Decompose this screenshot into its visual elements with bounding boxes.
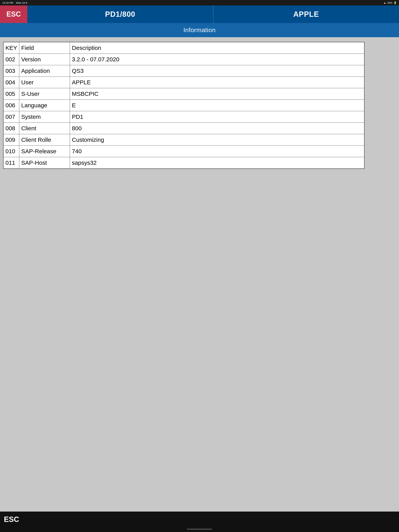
cell-field: Client Rolle xyxy=(19,134,70,146)
cell-field: Client xyxy=(19,123,70,134)
table-row: 004UserAPPLE xyxy=(3,77,364,88)
col-header-description: Description xyxy=(70,42,364,54)
header-title-area: PD1/800 xyxy=(27,6,213,23)
table-row: 003ApplicationQS3 xyxy=(3,65,364,77)
cell-key: 010 xyxy=(3,146,19,157)
header-user: APPLE xyxy=(293,10,319,19)
table-row: 010SAP-Release740 xyxy=(3,146,364,157)
table-row: 008Client800 xyxy=(3,123,364,134)
cell-description: E xyxy=(70,100,364,111)
cell-key: 005 xyxy=(3,88,19,100)
cell-key: 004 xyxy=(3,77,19,88)
header-title: PD1/800 xyxy=(105,10,135,19)
cell-field: User xyxy=(19,77,70,88)
table-row: 009Client RolleCustomizing xyxy=(3,134,364,146)
table-header-row: KEY Field Description xyxy=(3,42,364,54)
battery-icon: 🔋 xyxy=(393,1,397,4)
table-row: 011SAP-Hostsapsys32 xyxy=(3,157,364,169)
status-date: Wed Jul 8 xyxy=(16,1,27,4)
home-indicator-area xyxy=(0,527,399,532)
cell-key: 003 xyxy=(3,65,19,77)
cell-field: S-User xyxy=(19,88,70,100)
table-row: 002Version3.2.0 - 07.07.2020 xyxy=(3,54,364,65)
status-bar: 12:19 PM Wed Jul 8 ▲ 33% 🔋 xyxy=(0,0,399,6)
cell-description: 3.2.0 - 07.07.2020 xyxy=(70,54,364,65)
cell-field: Version xyxy=(19,54,70,65)
cell-key: 006 xyxy=(3,100,19,111)
sub-header-label: Information xyxy=(183,26,216,33)
cell-key: 007 xyxy=(3,111,19,123)
cell-field: SAP-Release xyxy=(19,146,70,157)
header-user-area: APPLE xyxy=(213,6,399,23)
footer: ESC xyxy=(0,512,399,527)
cell-description: sapsys32 xyxy=(70,157,364,169)
status-time: 12:19 PM xyxy=(2,1,13,4)
cell-description: MSBCPIC xyxy=(70,88,364,100)
cell-description: Customizing xyxy=(70,134,364,146)
table-row: 007SystemPD1 xyxy=(3,111,364,123)
main-content: KEY Field Description 002Version3.2.0 - … xyxy=(0,37,399,512)
cell-description: PD1 xyxy=(70,111,364,123)
cell-description: 740 xyxy=(70,146,364,157)
col-header-field: Field xyxy=(19,42,70,54)
cell-field: System xyxy=(19,111,70,123)
cell-description: QS3 xyxy=(70,65,364,77)
status-indicators: ▲ 33% 🔋 xyxy=(384,1,397,4)
cell-key: 011 xyxy=(3,157,19,169)
cell-field: Application xyxy=(19,65,70,77)
footer-esc-label: ESC xyxy=(4,515,19,524)
info-table: KEY Field Description 002Version3.2.0 - … xyxy=(3,42,365,169)
col-header-key: KEY xyxy=(3,42,19,54)
esc-button[interactable]: ESC xyxy=(0,6,27,23)
battery-percent: 33% xyxy=(387,1,392,4)
cell-key: 009 xyxy=(3,134,19,146)
cell-key: 008 xyxy=(3,123,19,134)
table-row: 005S-UserMSBCPIC xyxy=(3,88,364,100)
cell-description: APPLE xyxy=(70,77,364,88)
header: ESC PD1/800 APPLE xyxy=(0,6,399,23)
home-indicator-bar xyxy=(187,529,212,530)
cell-key: 002 xyxy=(3,54,19,65)
cell-field: Language xyxy=(19,100,70,111)
table-row: 006LanguageE xyxy=(3,100,364,111)
cell-description: 800 xyxy=(70,123,364,134)
wifi-icon: ▲ xyxy=(384,1,386,4)
status-time-date: 12:19 PM Wed Jul 8 xyxy=(2,1,27,4)
cell-field: SAP-Host xyxy=(19,157,70,169)
sub-header: Information xyxy=(0,23,399,37)
